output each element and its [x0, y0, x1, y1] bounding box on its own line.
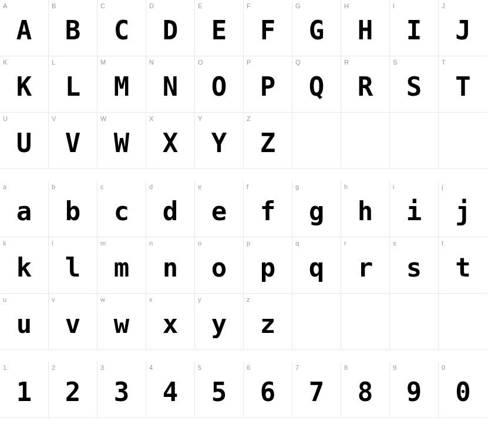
glyph-cell-label: Q: [295, 59, 301, 66]
glyph-cell-label: Y: [198, 115, 202, 122]
glyph-cell-glyph: 8: [358, 379, 373, 405]
glyph-cell-label: W: [100, 115, 106, 122]
glyph-cell-glyph: I: [406, 17, 422, 43]
glyph-cell-label: i: [393, 183, 394, 190]
section-lowercase: aabbccddeeffgghhiijjkkllmmnnooppqqrrsstt…: [0, 181, 488, 350]
glyph-cell: ZZ: [244, 113, 292, 169]
glyph-cell-label: 3: [100, 364, 104, 371]
glyph-cell-glyph: 0: [455, 379, 471, 405]
glyph-cell: [292, 294, 341, 350]
glyph-cell-label: Z: [247, 115, 251, 122]
glyph-cell-label: N: [149, 59, 154, 66]
glyph-cell-glyph: v: [65, 311, 81, 336]
glyph-cell-label: S: [393, 59, 397, 66]
glyph-cell: YY: [195, 113, 244, 169]
glyph-cell: NN: [146, 56, 195, 113]
glyph-cell-label: r: [344, 240, 346, 247]
glyph-cell-glyph: U: [16, 130, 32, 156]
glyph-cell-label: J: [442, 2, 445, 9]
glyph-cell-glyph: X: [163, 130, 179, 156]
glyph-cell-label: m: [100, 240, 106, 247]
glyph-cell-glyph: L: [65, 73, 81, 99]
glyph-cell-label: K: [3, 59, 7, 66]
glyph-cell: BB: [49, 0, 97, 56]
glyph-cell: EE: [195, 0, 244, 56]
glyph-cell: ii: [390, 181, 439, 237]
glyph-cell-glyph: Q: [309, 73, 325, 99]
glyph-cell-label: F: [247, 2, 251, 9]
glyph-cell-label: s: [393, 240, 396, 247]
glyph-cell-label: L: [52, 59, 55, 66]
glyph-cell-label: p: [247, 240, 250, 247]
glyph-cell: dd: [146, 181, 195, 237]
glyph-cell-glyph: 6: [260, 379, 276, 405]
glyph-cell: jj: [439, 181, 487, 237]
glyph-cell-label: 4: [149, 364, 153, 371]
glyph-cell: TT: [439, 56, 487, 113]
glyph-cell-label: M: [100, 59, 106, 66]
glyph-cell: aa: [0, 181, 49, 237]
glyph-cell-label: g: [295, 183, 299, 190]
glyph-cell-glyph: y: [211, 311, 227, 336]
glyph-cell-glyph: H: [358, 17, 373, 43]
glyph-cell-label: w: [100, 296, 105, 303]
glyph-row: AABBCCDDEEFFGGHHIIJJ: [0, 0, 488, 56]
glyph-cell: qq: [292, 237, 341, 294]
glyph-cell: vv: [49, 294, 97, 350]
glyph-cell-glyph: C: [114, 17, 130, 43]
glyph-cell: AA: [0, 0, 49, 56]
glyph-cell: [341, 294, 390, 350]
glyph-cell-glyph: R: [358, 73, 373, 99]
glyph-cell-label: h: [344, 183, 348, 190]
glyph-cell: XX: [146, 113, 195, 169]
glyph-cell-glyph: f: [260, 198, 276, 224]
glyph-cell: hh: [341, 181, 390, 237]
glyph-cell-label: x: [149, 296, 153, 303]
character-map: AABBCCDDEEFFGGHHIIJJKKLLMMNNOOPPQQRRSSTT…: [0, 0, 488, 418]
glyph-cell: 33: [97, 362, 146, 418]
glyph-cell: GG: [292, 0, 341, 56]
section-uppercase: AABBCCDDEEFFGGHHIIJJKKLLMMNNOOPPQQRRSSTT…: [0, 0, 488, 169]
glyph-cell: DD: [146, 0, 195, 56]
glyph-cell-glyph: Z: [260, 130, 276, 156]
glyph-cell: 77: [292, 362, 341, 418]
glyph-cell-label: D: [149, 2, 154, 9]
glyph-cell-glyph: K: [16, 73, 32, 99]
glyph-row: aabbccddeeffgghhiijj: [0, 181, 488, 237]
glyph-cell: 99: [390, 362, 439, 418]
glyph-cell-glyph: 1: [16, 379, 32, 405]
glyph-cell: ff: [244, 181, 292, 237]
glyph-cell-glyph: w: [114, 311, 130, 336]
section-numbers: 11223344556677889900: [0, 362, 488, 418]
glyph-cell-label: G: [295, 2, 301, 9]
glyph-cell: pp: [244, 237, 292, 294]
glyph-cell-glyph: 7: [309, 379, 325, 405]
glyph-cell-glyph: x: [163, 311, 179, 336]
glyph-cell: CC: [97, 0, 146, 56]
glyph-cell: 22: [49, 362, 97, 418]
glyph-cell: nn: [146, 237, 195, 294]
glyph-cell: cc: [97, 181, 146, 237]
glyph-cell: [292, 113, 341, 169]
glyph-cell-glyph: n: [163, 254, 179, 280]
glyph-cell: JJ: [439, 0, 487, 56]
glyph-cell-glyph: o: [211, 254, 227, 280]
glyph-cell-label: n: [149, 240, 153, 247]
glyph-cell-label: a: [3, 183, 6, 190]
glyph-cell-label: l: [52, 240, 53, 247]
glyph-cell-glyph: O: [211, 73, 227, 99]
glyph-cell-label: k: [3, 240, 6, 247]
glyph-cell-glyph: V: [65, 130, 81, 156]
glyph-cell-glyph: k: [16, 254, 32, 280]
glyph-cell-label: H: [344, 2, 349, 9]
glyph-cell-label: 2: [52, 364, 55, 371]
glyph-cell-glyph: B: [65, 17, 81, 43]
glyph-row: 11223344556677889900: [0, 362, 488, 418]
glyph-cell-glyph: A: [16, 17, 32, 43]
glyph-cell: gg: [292, 181, 341, 237]
glyph-cell: FF: [244, 0, 292, 56]
glyph-cell: mm: [97, 237, 146, 294]
glyph-cell-glyph: j: [455, 198, 471, 224]
glyph-cell-glyph: 5: [211, 379, 227, 405]
glyph-cell-glyph: l: [65, 254, 81, 280]
